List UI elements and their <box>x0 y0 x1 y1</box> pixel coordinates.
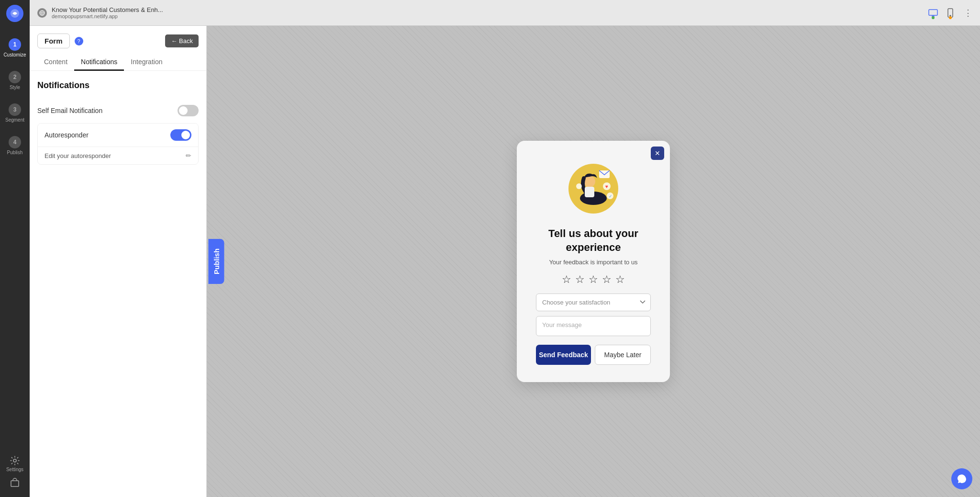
autoresponder-header: Autoresponder <box>38 124 198 147</box>
sidebar-step-3[interactable]: 3 Segment <box>0 101 30 125</box>
step-1-label: Customize <box>3 52 26 57</box>
step-2-label: Style <box>10 85 20 90</box>
svg-rect-4 <box>929 10 937 15</box>
mobile-dot <box>949 16 952 19</box>
kebab-menu[interactable]: ⋮ <box>964 8 972 18</box>
panel-header: Form ? ← Back <box>30 26 206 48</box>
tab-integration[interactable]: Integration <box>124 54 169 71</box>
step-1-circle: 1 <box>9 38 21 51</box>
autoresponder-knob <box>181 131 190 139</box>
edit-autoresponder-label: Edit your autoresponder <box>45 152 111 159</box>
send-feedback-button[interactable]: Send Feedback <box>536 345 591 365</box>
self-email-toggle[interactable] <box>178 105 199 116</box>
edit-autoresponder-row: Edit your autoresponder ✏ <box>38 147 198 164</box>
settings-button[interactable]: Settings <box>6 456 23 472</box>
content-area: Form ? ← Back Content Notifications Inte… <box>30 26 980 497</box>
popup-illustration: ♥ ★ ✓ <box>565 160 622 217</box>
message-textarea[interactable] <box>536 316 651 336</box>
star-3[interactable]: ☆ <box>589 273 598 286</box>
sidebar-step-4[interactable]: 4 Publish <box>0 133 30 158</box>
self-email-row: Self Email Notification <box>37 100 199 121</box>
notifications-title: Notifications <box>37 80 199 90</box>
popup-subtitle: Your feedback is important to us <box>536 259 651 266</box>
star-5[interactable]: ☆ <box>615 273 625 286</box>
star-2[interactable]: ☆ <box>575 273 585 286</box>
browser-title: Know Your Potential Customers & Enh... <box>52 6 922 13</box>
publish-button[interactable]: Publish <box>209 239 224 284</box>
edit-icon[interactable]: ✏ <box>186 152 191 159</box>
satisfaction-select[interactable]: Choose your satisfaction <box>536 294 651 311</box>
browser-bar: Know Your Potential Customers & Enh... d… <box>30 0 980 26</box>
sidebar: 1 Customize 2 Style 3 Segment 4 Publish … <box>0 0 30 497</box>
star-1[interactable]: ☆ <box>562 273 571 286</box>
autoresponder-label: Autoresponder <box>45 131 89 139</box>
self-email-knob <box>179 106 188 115</box>
sidebar-bottom: Settings <box>6 456 23 492</box>
star-4[interactable]: ☆ <box>602 273 612 286</box>
svg-text:♥: ♥ <box>605 184 608 189</box>
back-button[interactable]: ← Back <box>165 34 199 47</box>
desktop-icon[interactable] <box>926 8 940 18</box>
left-panel: Form ? ← Back Content Notifications Inte… <box>30 26 207 497</box>
autoresponder-box: Autoresponder Edit your autoresponder ✏ <box>37 123 199 165</box>
maybe-later-button[interactable]: Maybe Later <box>595 345 651 365</box>
svg-text:✓: ✓ <box>609 194 612 199</box>
self-email-label: Self Email Notification <box>37 107 102 114</box>
popup-buttons: Send Feedback Maybe Later <box>536 345 651 365</box>
tab-content[interactable]: Content <box>37 54 74 71</box>
popup-card: ✕ <box>517 141 670 382</box>
favicon <box>37 8 47 18</box>
device-icons: ⋮ <box>926 8 972 18</box>
publish-edge-container: Publish <box>207 254 252 270</box>
tab-notifications[interactable]: Notifications <box>74 54 124 71</box>
svg-rect-10 <box>585 187 594 197</box>
sidebar-step-2[interactable]: 2 Style <box>0 68 30 93</box>
app-logo[interactable] <box>6 5 23 22</box>
main-area: Know Your Potential Customers & Enh... d… <box>30 0 980 497</box>
panel-content: Notifications Self Email Notification Au… <box>30 71 206 174</box>
step-4-circle: 4 <box>9 136 21 148</box>
browser-subtitle: demopopupsmart.netlify.app <box>52 13 922 19</box>
svg-text:★: ★ <box>578 185 581 189</box>
step-3-label: Segment <box>5 117 24 123</box>
autoresponder-toggle[interactable] <box>170 129 191 141</box>
svg-rect-2 <box>11 481 19 486</box>
stars: ☆ ☆ ☆ ☆ ☆ <box>536 273 651 286</box>
form-badge: Form <box>37 34 70 48</box>
svg-point-1 <box>13 459 16 462</box>
desktop-dot <box>932 16 935 19</box>
popup-title: Tell us about your experience <box>536 227 651 254</box>
step-4-label: Publish <box>7 150 23 155</box>
step-3-circle: 3 <box>9 103 21 116</box>
chat-bubble[interactable] <box>951 468 972 489</box>
canvas-area: Publish ✕ <box>207 26 980 497</box>
mobile-icon[interactable] <box>944 8 957 18</box>
step-2-circle: 2 <box>9 71 21 83</box>
store-button[interactable] <box>10 478 20 487</box>
settings-label: Settings <box>6 467 23 472</box>
browser-title-wrap: Know Your Potential Customers & Enh... d… <box>52 6 922 19</box>
tabs: Content Notifications Integration <box>30 48 206 71</box>
help-icon[interactable]: ? <box>75 37 83 45</box>
popup-close-button[interactable]: ✕ <box>651 147 664 160</box>
sidebar-step-1[interactable]: 1 Customize <box>0 35 30 60</box>
